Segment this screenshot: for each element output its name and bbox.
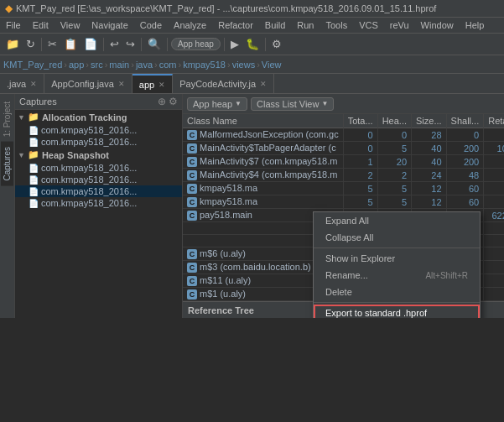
tab-paycodeactivity-close[interactable]: ✕ [260, 80, 267, 88]
tab-app-close[interactable]: ✕ [158, 81, 165, 89]
tab-java[interactable]: .java ✕ [0, 74, 44, 93]
allocation-item-1-label: com.kmpay518_2016... [41, 137, 137, 147]
cell-total: 5 [343, 195, 377, 209]
tab-app-label: app [139, 80, 154, 90]
class-name-text: MainActivity$7 (com.kmpay518.m [200, 156, 337, 166]
menu-vcs[interactable]: VCS [353, 18, 384, 32]
col-shallow[interactable]: Shall... [446, 114, 484, 128]
bc-views[interactable]: views [232, 60, 256, 70]
app-heap-dropdown[interactable]: App heap ▼ [187, 97, 247, 111]
cell-heap: 5 [377, 182, 411, 195]
menu-help[interactable]: Help [460, 18, 491, 32]
panel-header: Captures ⊕ ⚙ [15, 94, 182, 110]
menu-analyze[interactable]: Analyze [168, 18, 212, 32]
class-name-text: MalformedJsonException (com.gc [200, 129, 339, 139]
ctx-rename[interactable]: Rename... Alt+Shift+R [314, 267, 480, 284]
class-c-icon: C [187, 130, 197, 140]
sidetab-project[interactable]: 1: Project [1, 96, 13, 142]
menu-code[interactable]: Code [134, 18, 168, 32]
col-retained[interactable]: Retai... [484, 114, 504, 128]
menu-tools[interactable]: Tools [320, 18, 353, 32]
col-heap[interactable]: Hea... [377, 114, 411, 128]
heap-file-icon-3: 📄 [29, 199, 39, 208]
table-row[interactable]: CMalformedJsonException (com.gc00280 [183, 128, 504, 142]
menu-edit[interactable]: Edit [27, 18, 55, 32]
tab-appconfig[interactable]: AppConfig.java ✕ [44, 74, 132, 93]
table-row[interactable]: Ckmpay518.ma5512606 [183, 195, 504, 209]
toolbar-refresh-btn[interactable]: ↻ [23, 37, 38, 51]
class-c-icon: C [187, 184, 197, 194]
class-list-view-label: Class List View [257, 99, 319, 109]
menu-refactor[interactable]: Refactor [212, 18, 259, 32]
ctx-export-hprof[interactable]: Export to standard .hprof [314, 305, 480, 318]
table-row[interactable]: CMainActivity$4 (com.kmpay518.m2224484 [183, 169, 504, 182]
col-total[interactable]: Tota... [343, 114, 377, 128]
bc-main[interactable]: main [109, 60, 129, 70]
app-pill[interactable]: App heap [171, 38, 221, 50]
toolbar-copy-btn[interactable]: 📋 [61, 37, 80, 51]
toolbar-sep-2 [103, 38, 104, 51]
class-name-text: m$3 (com.baidu.location.b) [200, 262, 311, 272]
menu-navigate[interactable]: Navigate [86, 18, 133, 32]
tab-app[interactable]: app ✕ [132, 74, 173, 93]
bc-src[interactable]: src [91, 60, 103, 70]
toolbar-redo-btn[interactable]: ↪ [123, 37, 138, 51]
allocation-item-0[interactable]: 📄 com.kmpay518_2016... [15, 124, 182, 136]
menu-revu[interactable]: reVu [384, 18, 415, 32]
bc-view[interactable]: View [262, 60, 282, 70]
table-row[interactable]: CMainActivity$7 (com.kmpay518.m12040200 [183, 155, 504, 169]
cell-shallow: 200 [446, 155, 484, 169]
tab-appconfig-close[interactable]: ✕ [118, 80, 125, 88]
class-list-view-dropdown[interactable]: Class List View ▼ [251, 97, 334, 111]
sidetab-captures[interactable]: Captures [1, 142, 13, 186]
menu-view[interactable]: View [55, 18, 86, 32]
bc-project[interactable]: KMT_Pay_red [3, 60, 62, 70]
panel-settings-icon[interactable]: ⚙ [169, 96, 178, 107]
tab-paycodeactivity[interactable]: PayCodeActivity.ja ✕ [173, 74, 274, 93]
toolbar-cut-btn[interactable]: ✂ [45, 37, 60, 51]
col-class-name[interactable]: Class Name [183, 114, 343, 128]
col-size[interactable]: Size... [412, 114, 447, 128]
tab-java-close[interactable]: ✕ [30, 80, 37, 88]
toolbar-settings-btn[interactable]: ⚙ [269, 37, 284, 51]
app-heap-label: App heap [193, 99, 232, 109]
bc-kmpay518[interactable]: kmpay518 [183, 60, 226, 70]
menu-build[interactable]: Build [259, 18, 291, 32]
table-row[interactable]: Ckmpay518.ma5512609 [183, 182, 504, 195]
ctx-show-explorer[interactable]: Show in Explorer [314, 250, 480, 267]
toolbar-open-btn[interactable]: 📁 [3, 37, 22, 51]
class-list-view-arrow-icon: ▼ [321, 100, 328, 107]
file-icon-1: 📄 [29, 138, 39, 147]
cell-retained: 56 [484, 235, 504, 247]
bc-java[interactable]: java [136, 60, 153, 70]
panel-pin-icon[interactable]: ⊕ [158, 96, 166, 107]
toolbar-search-btn[interactable]: 🔍 [145, 37, 164, 51]
table-row[interactable]: CMainActivity$TabPagerAdapter (c05402001… [183, 142, 504, 155]
class-name-text: MainActivity$4 (com.kmpay518.m [200, 169, 337, 180]
toolbar-paste-btn[interactable]: 📄 [81, 37, 100, 51]
menu-window[interactable]: Window [415, 18, 460, 32]
toolbar-build-btn[interactable]: ▶ [228, 37, 242, 51]
context-menu: Expand All Collapse All Show in Explorer… [313, 211, 481, 318]
menu-file[interactable]: File [0, 18, 27, 32]
menu-run[interactable]: Run [291, 18, 320, 32]
cell-total: 0 [343, 142, 377, 155]
heap-item-1[interactable]: 📄 com.kmpay518_2016... [15, 174, 182, 185]
heap-item-2[interactable]: 📄 com.kmpay518_2016... [15, 185, 182, 197]
ctx-delete[interactable]: Delete [314, 284, 480, 300]
toolbar-undo-btn[interactable]: ↩ [107, 37, 122, 51]
allocation-item-1[interactable]: 📄 com.kmpay518_2016... [15, 136, 182, 148]
allocation-tracking-header[interactable]: ▼ 📁 Allocation Tracking [15, 110, 182, 124]
bc-app[interactable]: app [69, 60, 84, 70]
heap-item-0[interactable]: 📄 com.kmpay518_2016... [15, 162, 182, 174]
toolbar-debug-btn[interactable]: 🐛 [243, 37, 262, 51]
heap-item-3[interactable]: 📄 com.kmpay518_2016... [15, 197, 182, 209]
class-c-icon: C [187, 263, 197, 273]
ctx-expand-all[interactable]: Expand All [314, 212, 480, 229]
ctx-collapse-all[interactable]: Collapse All [314, 229, 480, 246]
toolbar-sep-5 [224, 38, 225, 51]
title-text: KMT_Pay_red [E:\as_workspace\KMT_Pay_red… [16, 3, 436, 13]
cell-shallow: 48 [446, 169, 484, 182]
bc-com[interactable]: com [159, 60, 177, 70]
heap-snapshot-header[interactable]: ▼ 📁 Heap Snapshot [15, 148, 182, 162]
